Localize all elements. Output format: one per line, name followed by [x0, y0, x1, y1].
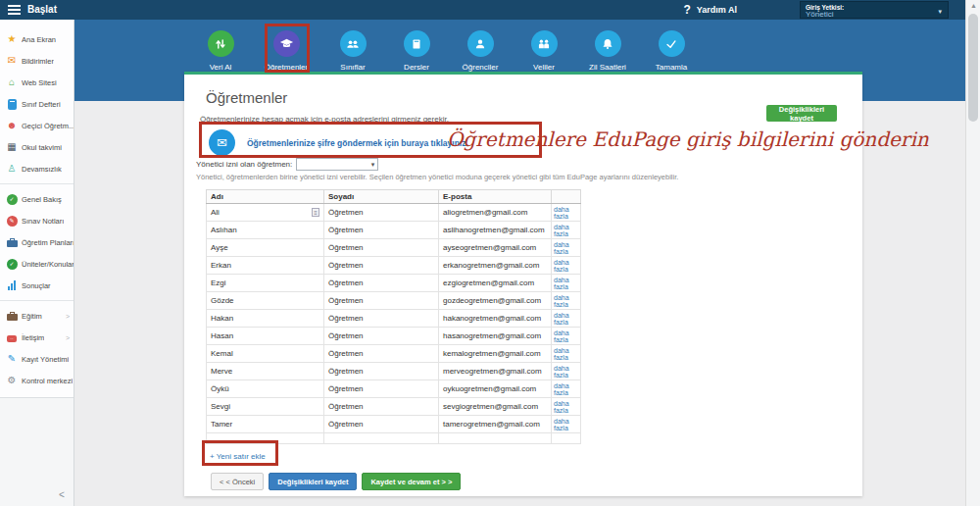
- wizard-step-veliler[interactable]: Veliler: [510, 30, 578, 72]
- sidebar-item-genel-bak-[interactable]: ✓Genel Bakış: [0, 188, 74, 210]
- cell-first-name[interactable]: Ezgi: [207, 275, 324, 292]
- cell-email[interactable]: aslihanogretmen@gmail.com: [439, 222, 552, 239]
- sidebar-item-e-itim[interactable]: Eğitim>: [0, 305, 74, 327]
- wizard-step--renciler[interactable]: Öğrenciler: [446, 30, 514, 72]
- cell-last-name[interactable]: Öğretmen: [324, 416, 439, 433]
- cell-first-name[interactable]: Ayşe: [207, 239, 324, 257]
- cell-email[interactable]: hasanogretmen@gmail.com: [439, 328, 552, 345]
- cell-last-name[interactable]: Öğretmen: [324, 363, 439, 380]
- hamburger-menu-icon[interactable]: [8, 5, 21, 15]
- cell-first-name[interactable]: Sevgi: [207, 398, 324, 416]
- more-link[interactable]: daha fazla: [552, 416, 581, 433]
- add-row-link[interactable]: + Yeni satır ekle: [210, 452, 266, 461]
- more-link[interactable]: daha fazla: [552, 398, 581, 416]
- cell-email[interactable]: gozdeogretmen@gmail.com: [439, 292, 552, 310]
- sidebar-item-kontrol-merkezi[interactable]: ⚙Kontrol merkezi: [0, 370, 74, 391]
- cell-last-name[interactable]: Öğretmen: [324, 204, 439, 222]
- previous-button[interactable]: < < Önceki: [211, 473, 264, 490]
- cell-first-name[interactable]: Erkan: [207, 257, 324, 275]
- sidebar-item-s-nav-notlar-[interactable]: ✎Sınav Notları: [0, 210, 74, 231]
- empty-cell[interactable]: [439, 433, 552, 444]
- cell-first-name[interactable]: Aslıhan: [207, 222, 324, 239]
- help-button[interactable]: ?Yardım Al: [683, 3, 737, 17]
- more-link[interactable]: daha fazla: [552, 222, 581, 239]
- wizard-step-zil-saatleri[interactable]: Zil Saatleri: [573, 30, 642, 72]
- more-link[interactable]: daha fazla: [552, 275, 581, 292]
- cell-first-name[interactable]: Kemal: [207, 345, 324, 363]
- users-icon[interactable]: [340, 30, 367, 57]
- cell-first-name[interactable]: Ali≡: [207, 204, 324, 222]
- wizard-step-tamamla[interactable]: Tamamla: [637, 30, 706, 72]
- sidebar-item-ge-ici-retm-[interactable]: ☻Geçici Öğretm...: [0, 115, 74, 136]
- cell-last-name[interactable]: Öğretmen: [324, 310, 439, 328]
- cell-email[interactable]: erkanogretmen@gmail.com: [439, 257, 552, 275]
- sidebar-item-web-sitesi[interactable]: ⌂Web Sitesi: [0, 72, 74, 93]
- role-dropdown[interactable]: Giriş Yetkisi: Yönetici ▾: [800, 1, 949, 19]
- more-link[interactable]: daha fazla: [552, 345, 581, 363]
- cell-last-name[interactable]: Öğretmen: [324, 222, 439, 239]
- empty-cell[interactable]: [324, 433, 439, 444]
- user-icon[interactable]: [467, 30, 494, 57]
- more-link[interactable]: daha fazla: [552, 363, 581, 380]
- empty-cell[interactable]: [207, 433, 324, 444]
- cell-last-name[interactable]: Öğretmen: [324, 380, 439, 398]
- cell-first-name[interactable]: Merve: [207, 363, 324, 380]
- sidebar-item-i-leti-im[interactable]: ··İletişim>: [0, 327, 74, 348]
- wizard-step-s-n-flar[interactable]: Sınıflar: [318, 30, 387, 72]
- sidebar-item-kay-t-y-netimi[interactable]: ✎Kayıt Yönetimi: [0, 348, 74, 370]
- cell-first-name[interactable]: Hakan: [207, 310, 324, 328]
- table-row-empty[interactable]: [207, 433, 581, 444]
- bell-icon[interactable]: [595, 30, 621, 57]
- cell-email[interactable]: aliogretmen@gmail.com: [439, 204, 552, 222]
- sidebar-item--retim-planlar-[interactable]: Öğretim Planları: [0, 231, 74, 253]
- more-link[interactable]: daha fazla: [552, 257, 581, 275]
- more-link[interactable]: daha fazla: [552, 328, 581, 345]
- cell-last-name[interactable]: Öğretmen: [324, 328, 439, 345]
- book-icon[interactable]: [404, 30, 430, 57]
- sidebar-collapse-button[interactable]: <: [59, 489, 65, 500]
- graduation-cap-icon[interactable]: [273, 30, 300, 57]
- cell-last-name[interactable]: Öğretmen: [324, 239, 439, 257]
- cell-first-name[interactable]: Gözde: [207, 292, 324, 310]
- more-link[interactable]: daha fazla: [552, 239, 581, 257]
- send-passwords-button[interactable]: ✉ Öğretmenlerinize şifre göndermek için …: [209, 129, 468, 156]
- cell-email[interactable]: kemalogretmen@gmail.com: [439, 345, 552, 363]
- cell-first-name[interactable]: Tamer: [207, 416, 324, 433]
- wizard-step--retmenler[interactable]: Öğretmenler: [252, 30, 320, 72]
- transfer-icon[interactable]: [208, 30, 234, 57]
- cell-last-name[interactable]: Öğretmen: [324, 345, 439, 363]
- sidebar-item-s-n-f-defteri[interactable]: Sınıf Defteri: [0, 93, 74, 115]
- sidebar-item-bildirimler[interactable]: ✉Bildirimler: [0, 50, 74, 72]
- scroll-up-arrow-icon[interactable]: ▲: [970, 2, 977, 9]
- sidebar-item-ana-ekran[interactable]: ★Ana Ekran: [0, 28, 74, 50]
- sidebar-item--niteler-konular[interactable]: ✓Üniteler/Konular: [0, 253, 74, 275]
- save-changes-button[interactable]: Değişiklikleri kaydet: [269, 473, 357, 490]
- admin-teacher-select[interactable]: ▾: [296, 158, 378, 171]
- cell-email[interactable]: ayseogretmen@gmail.com: [439, 239, 552, 257]
- more-link[interactable]: daha fazla: [552, 380, 581, 398]
- wizard-step-dersler[interactable]: Dersler: [382, 30, 451, 72]
- cell-first-name[interactable]: Hasan: [207, 328, 324, 345]
- more-link[interactable]: daha fazla: [552, 204, 581, 222]
- wizard-step-veri-al[interactable]: Veri Al: [186, 30, 255, 72]
- check-icon[interactable]: [659, 30, 685, 57]
- vertical-scrollbar[interactable]: ▲: [965, 0, 980, 506]
- start-menu-label[interactable]: Başlat: [27, 4, 57, 15]
- cell-email[interactable]: sevgiogretmen@gmail.com: [439, 398, 552, 416]
- cell-email[interactable]: hakanogretmen@gmail.com: [439, 310, 552, 328]
- cell-email[interactable]: tamerogretmen@gmail.com: [439, 416, 552, 433]
- sidebar-item-devams-zl-k[interactable]: ♙Devamsızlık: [0, 158, 74, 179]
- scrollbar-thumb[interactable]: [968, 14, 978, 122]
- cell-first-name[interactable]: Öykü: [207, 380, 324, 398]
- parents-icon[interactable]: [531, 30, 558, 57]
- empty-cell[interactable]: [552, 433, 581, 444]
- save-and-continue-button[interactable]: Kaydet ve devam et > >: [362, 473, 461, 490]
- more-link[interactable]: daha fazla: [552, 292, 581, 310]
- cell-last-name[interactable]: Öğretmen: [324, 292, 439, 310]
- cell-email[interactable]: oykuogretmen@gmail.com: [439, 380, 552, 398]
- cell-options-icon[interactable]: ≡: [312, 208, 319, 217]
- save-changes-top-button[interactable]: Değişiklikleri kaydet: [766, 105, 837, 122]
- more-link[interactable]: daha fazla: [552, 310, 581, 328]
- cell-email[interactable]: ezgiogretmen@gmail.com: [439, 275, 552, 292]
- cell-last-name[interactable]: Öğretmen: [324, 257, 439, 275]
